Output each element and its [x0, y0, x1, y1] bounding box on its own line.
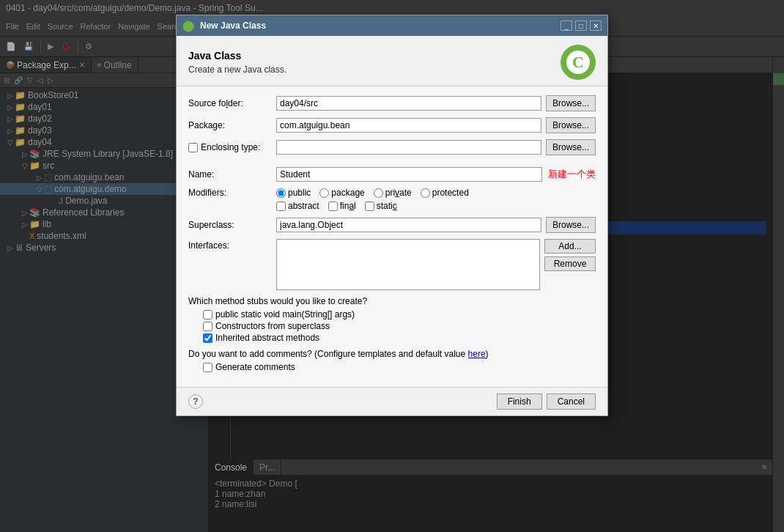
check-final[interactable]: final: [328, 201, 356, 211]
radio-package-label: package: [331, 188, 364, 198]
source-folder-label: Source folder:: [188, 98, 276, 108]
check-final-label: final: [340, 201, 356, 211]
separator-1: [188, 161, 596, 167]
interfaces-add-btn[interactable]: Add...: [544, 239, 596, 254]
enclosing-type-label-wrap: Enclosing type:: [188, 142, 276, 152]
source-folder-browse-btn[interactable]: Browse...: [546, 95, 596, 111]
dialog-body: Source folder: Browse... Package: Browse…: [177, 86, 607, 387]
check-static-input[interactable]: [365, 202, 374, 211]
dialog-overlay: ⬤ New Java Class _ □ ✕ Java Class Create…: [0, 0, 784, 532]
comments-generate-option: Generate comments: [188, 362, 596, 372]
comments-generate-checkbox[interactable]: [203, 363, 212, 372]
radio-protected-input[interactable]: [421, 188, 430, 198]
dialog-minimize-btn[interactable]: _: [561, 21, 572, 31]
dialog-subtitle: Create a new Java class.: [188, 64, 561, 75]
name-row: Name: 新建一个类: [188, 167, 596, 182]
name-input[interactable]: [276, 167, 542, 182]
cancel-button[interactable]: Cancel: [547, 394, 596, 410]
radio-protected-label: protected: [432, 188, 469, 198]
radio-public-label: public: [288, 188, 311, 198]
check-abstract-label: abstract: [288, 201, 319, 211]
radio-private[interactable]: private: [374, 188, 412, 198]
comments-title: Do you want to add comments? (Configure …: [188, 349, 596, 359]
radio-package-input[interactable]: [319, 188, 329, 198]
finish-button[interactable]: Finish: [497, 394, 542, 410]
stubs-option-constructors: Constructors from superclass: [188, 321, 596, 331]
comments-generate-label: Generate comments: [215, 362, 295, 372]
dialog-header-text: Java Class Create a new Java class.: [188, 50, 561, 75]
superclass-label: Superclass:: [188, 220, 276, 230]
radio-private-input[interactable]: [374, 188, 383, 198]
stubs-constructors-checkbox[interactable]: [203, 322, 212, 331]
stubs-section: Which method stubs would you like to cre…: [188, 296, 596, 343]
modifiers-label: Modifiers:: [188, 188, 276, 198]
radio-private-label: private: [385, 188, 412, 198]
radio-public[interactable]: public: [276, 188, 311, 198]
package-row: Package: Browse...: [188, 117, 596, 133]
interfaces-textarea[interactable]: [276, 239, 540, 290]
source-folder-input[interactable]: [276, 96, 541, 111]
dialog-main-title: Java Class: [188, 50, 561, 62]
check-static-label: static: [377, 201, 397, 211]
modifiers-row2: abstract final static: [188, 201, 596, 211]
dialog-spring-icon: ⬤: [182, 20, 194, 32]
enclosing-type-row: Enclosing type: Browse...: [188, 139, 596, 155]
source-folder-row: Source folder: Browse...: [188, 95, 596, 111]
name-hint: 新建一个类: [548, 168, 596, 181]
spring-logo: C: [561, 45, 596, 80]
stubs-option-main: public static void main(String[] args): [188, 309, 596, 319]
enclosing-type-browse-btn[interactable]: Browse...: [546, 139, 596, 155]
spring-c-letter: C: [572, 53, 584, 72]
check-final-input[interactable]: [328, 202, 338, 211]
package-label: Package:: [188, 120, 276, 130]
interfaces-remove-btn[interactable]: Remove: [544, 256, 596, 271]
name-label: Name:: [188, 169, 276, 180]
radio-protected[interactable]: protected: [421, 188, 469, 198]
dialog-titlebar-controls: _ □ ✕: [561, 21, 602, 31]
superclass-browse-btn[interactable]: Browse...: [546, 217, 596, 233]
check-abstract-input[interactable]: [276, 202, 286, 211]
stubs-inherited-checkbox[interactable]: [203, 333, 212, 343]
stubs-main-checkbox[interactable]: [203, 310, 212, 319]
radio-public-input[interactable]: [276, 188, 286, 198]
interfaces-label: Interfaces:: [188, 239, 276, 251]
superclass-input[interactable]: [276, 218, 541, 232]
dialog-header: Java Class Create a new Java class. C: [177, 36, 607, 86]
comments-section: Do you want to add comments? (Configure …: [188, 349, 596, 372]
stubs-inherited-label: Inherited abstract methods: [215, 333, 319, 343]
enclosing-type-label: Enclosing type:: [201, 142, 260, 152]
interfaces-buttons: Add... Remove: [544, 239, 596, 271]
dialog-footer: ? Finish Cancel: [177, 387, 607, 415]
modifiers-options: public package private protected: [276, 188, 469, 198]
dialog-close-btn[interactable]: ✕: [590, 21, 602, 31]
superclass-row: Superclass: Browse...: [188, 217, 596, 233]
package-browse-btn[interactable]: Browse...: [546, 117, 596, 133]
modifiers-row: Modifiers: public package private: [188, 188, 596, 198]
stubs-main-label: public static void main(String[] args): [215, 309, 355, 319]
dialog-title-text: New Java Class: [200, 21, 266, 31]
dialog-maximize-btn[interactable]: □: [575, 21, 587, 31]
interfaces-row: Interfaces: Add... Remove: [188, 239, 596, 290]
stubs-constructors-label: Constructors from superclass: [215, 321, 330, 331]
radio-package[interactable]: package: [319, 188, 364, 198]
stubs-option-inherited: Inherited abstract methods: [188, 333, 596, 343]
help-icon-text: ?: [193, 396, 198, 407]
new-java-class-dialog: ⬤ New Java Class _ □ ✕ Java Class Create…: [176, 15, 608, 416]
dialog-titlebar: ⬤ New Java Class _ □ ✕: [177, 15, 607, 36]
spring-logo-inner: C: [566, 51, 590, 74]
enclosing-type-input[interactable]: [276, 140, 541, 155]
package-input[interactable]: [276, 118, 541, 133]
stubs-title: Which method stubs would you like to cre…: [188, 296, 596, 306]
check-abstract[interactable]: abstract: [276, 201, 319, 211]
check-static[interactable]: static: [365, 201, 397, 211]
enclosing-type-checkbox[interactable]: [188, 143, 198, 152]
help-button[interactable]: ?: [188, 394, 203, 409]
comments-here-link[interactable]: here: [468, 349, 486, 359]
